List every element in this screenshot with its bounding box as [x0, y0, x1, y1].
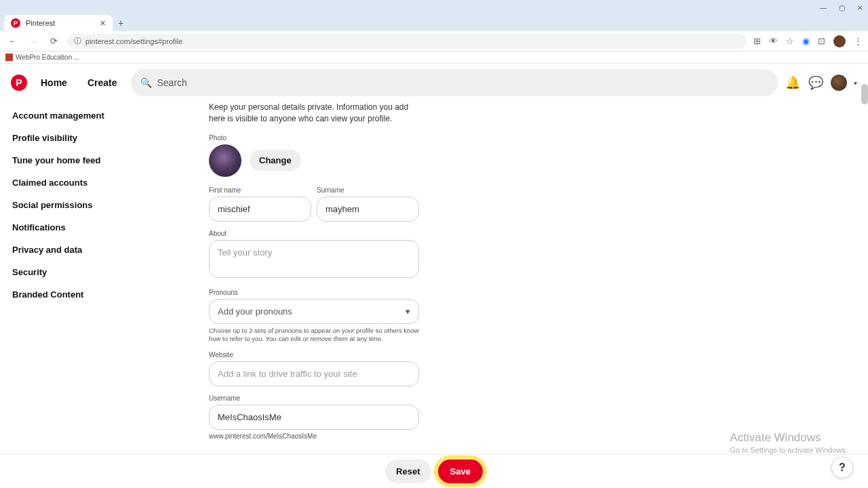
- search-placeholder: Search: [157, 77, 187, 88]
- back-icon[interactable]: ←: [5, 35, 20, 47]
- pronouns-label: Pronouns: [209, 289, 419, 296]
- tab-strip: P Pinterest ✕ +: [0, 15, 868, 31]
- install-icon[interactable]: ⊞: [753, 36, 761, 46]
- pronouns-help: Choose up to 2 sets of pronouns to appea…: [209, 327, 419, 344]
- activate-title: Activate Windows: [730, 431, 848, 445]
- bookmark-favicon: [5, 54, 13, 61]
- username-url: www.pinterest.com/MeIsChaosIsMe: [209, 432, 419, 440]
- about-textarea[interactable]: [209, 240, 419, 278]
- sidebar-item-profile-visibility[interactable]: Profile visibility: [12, 127, 203, 149]
- close-window-icon[interactable]: ✕: [857, 4, 863, 12]
- scrollbar-thumb[interactable]: [861, 84, 868, 104]
- settings-sidebar: Account management Profile visibility Tu…: [0, 102, 203, 454]
- activate-windows-watermark: Activate Windows Go to Settings to activ…: [730, 431, 848, 454]
- menu-icon[interactable]: ⋮: [854, 36, 863, 46]
- username-label: Username: [209, 394, 419, 402]
- main-panel: Keep your personal details private. Info…: [203, 102, 868, 454]
- nav-home[interactable]: Home: [34, 72, 74, 94]
- new-tab-button[interactable]: +: [118, 18, 123, 31]
- pronouns-placeholder: Add your pronouns: [218, 306, 292, 317]
- first-name-label: First name: [209, 186, 311, 194]
- action-footer: Reset Save: [0, 454, 868, 488]
- profile-avatar[interactable]: [833, 35, 846, 47]
- save-button[interactable]: Save: [438, 460, 483, 483]
- change-photo-button[interactable]: Change: [250, 150, 301, 171]
- messages-icon[interactable]: 💬: [808, 75, 824, 91]
- about-label: About: [209, 230, 419, 237]
- reset-button[interactable]: Reset: [385, 460, 431, 483]
- notifications-icon[interactable]: 🔔: [785, 75, 801, 91]
- sidebar-item-social-permissions[interactable]: Social permissions: [12, 194, 203, 216]
- username-input[interactable]: [209, 405, 419, 430]
- close-tab-icon[interactable]: ✕: [100, 19, 106, 28]
- browser-tab[interactable]: P Pinterest ✕: [4, 15, 113, 31]
- sidebar-item-security[interactable]: Security: [12, 261, 203, 283]
- url-input[interactable]: ⓘ pinterest.com/settings#profile: [67, 34, 747, 49]
- nav-create[interactable]: Create: [81, 72, 124, 94]
- eye-off-icon[interactable]: 👁: [769, 36, 778, 46]
- sidebar-item-account-management[interactable]: Account management: [12, 104, 203, 127]
- pinterest-favicon: P: [11, 18, 20, 28]
- help-button[interactable]: ?: [831, 457, 853, 479]
- extension-icon[interactable]: ◉: [802, 36, 810, 46]
- bookmarks-bar: WebPro Education ...: [0, 52, 868, 64]
- address-bar: ← → ⟳ ⓘ pinterest.com/settings#profile ⊞…: [0, 31, 868, 52]
- sidebar-item-claimed-accounts[interactable]: Claimed accounts: [12, 171, 203, 194]
- site-info-icon[interactable]: ⓘ: [74, 36, 81, 46]
- window-titlebar: — ▢ ✕: [0, 0, 868, 15]
- extensions-icon[interactable]: ⊡: [818, 36, 825, 46]
- maximize-icon[interactable]: ▢: [839, 4, 845, 12]
- url-text: pinterest.com/settings#profile: [85, 37, 182, 45]
- minimize-icon[interactable]: —: [820, 4, 827, 12]
- app-header: P Home Create 🔍 Search 🔔 💬 ▾: [0, 64, 868, 102]
- chevron-down-icon[interactable]: ▾: [854, 79, 857, 87]
- website-input[interactable]: [209, 361, 419, 386]
- photo-label: Photo: [209, 134, 419, 142]
- pronouns-select[interactable]: Add your pronouns ▾: [209, 299, 419, 324]
- sidebar-item-branded-content[interactable]: Branded Content: [12, 283, 203, 306]
- forward-icon: →: [26, 35, 41, 47]
- profile-photo: [209, 144, 241, 177]
- search-input[interactable]: 🔍 Search: [131, 69, 778, 96]
- sidebar-item-privacy-data[interactable]: Privacy and data: [12, 239, 203, 261]
- intro-text: Keep your personal details private. Info…: [209, 102, 412, 125]
- sidebar-item-tune-home-feed[interactable]: Tune your home feed: [12, 149, 203, 171]
- reload-icon[interactable]: ⟳: [47, 35, 60, 47]
- chevron-down-icon: ▾: [406, 306, 410, 317]
- tab-title: Pinterest: [26, 19, 55, 27]
- website-label: Website: [209, 351, 419, 359]
- pinterest-logo[interactable]: P: [11, 75, 27, 91]
- sidebar-item-notifications[interactable]: Notifications: [12, 216, 203, 239]
- surname-input[interactable]: [317, 197, 419, 222]
- surname-label: Surname: [317, 186, 419, 194]
- search-icon: 🔍: [140, 77, 152, 88]
- activate-subtitle: Go to Settings to activate Windows.: [730, 446, 848, 454]
- user-avatar[interactable]: [831, 75, 847, 91]
- first-name-input[interactable]: [209, 197, 311, 222]
- bookmark-item[interactable]: WebPro Education ...: [16, 54, 79, 61]
- star-icon[interactable]: ☆: [786, 36, 794, 46]
